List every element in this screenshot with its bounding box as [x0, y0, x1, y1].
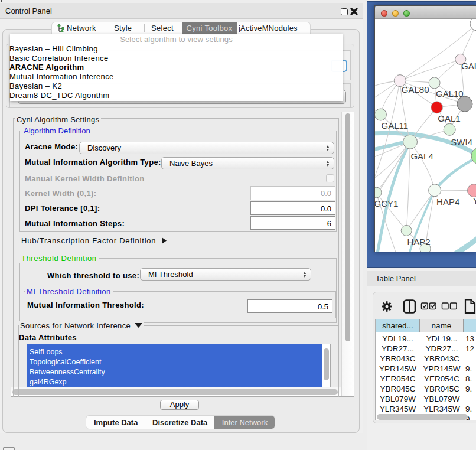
svg-text:GAL80: GAL80: [402, 84, 429, 94]
svg-text:HAP4: HAP4: [436, 197, 459, 207]
svg-text:GAL1: GAL1: [438, 113, 460, 123]
svg-text:SWI4: SWI4: [451, 137, 472, 147]
svg-text:GCY1: GCY1: [375, 198, 398, 208]
svg-text:GAL10: GAL10: [436, 89, 464, 99]
svg-text:Y: Y: [472, 195, 476, 206]
svg-text:GAL11: GAL11: [382, 120, 409, 131]
svg-text:HAP2: HAP2: [407, 237, 430, 247]
svg-text:GAL7: GAL7: [461, 61, 476, 71]
svg-text:GAL4: GAL4: [410, 151, 433, 161]
